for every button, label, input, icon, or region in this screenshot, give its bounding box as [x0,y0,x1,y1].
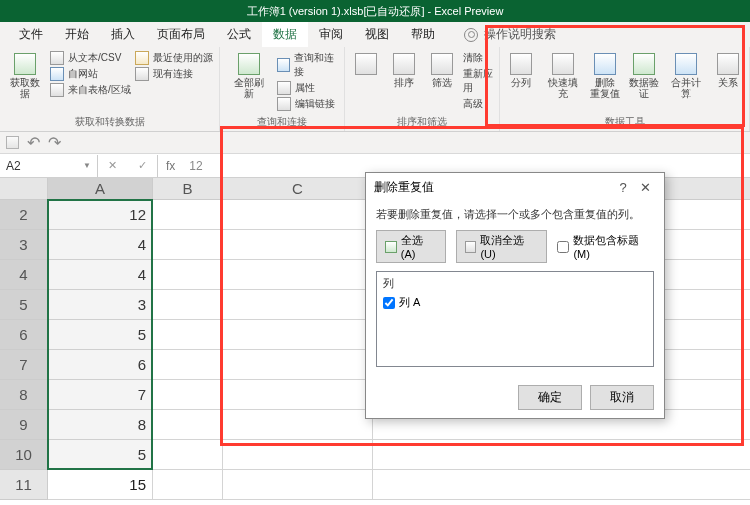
check-icon[interactable]: ✓ [138,159,147,172]
menu-help[interactable]: 帮助 [400,22,446,47]
remove-duplicates[interactable]: 删除 重复值 [588,51,623,113]
cell[interactable] [153,410,223,440]
help-icon[interactable]: ? [612,180,634,195]
row-header[interactable]: 9 [0,410,48,440]
cell[interactable]: 12 [48,200,153,230]
row-header[interactable]: 5 [0,290,48,320]
has-header-checkbox[interactable]: 数据包含标题(M) [557,233,654,260]
cell[interactable]: 8 [48,410,153,440]
close-icon[interactable]: ✕ [634,180,656,195]
row-header[interactable]: 2 [0,200,48,230]
cell[interactable] [223,410,373,440]
edit-links[interactable]: 编辑链接 [277,97,340,111]
cell[interactable]: 6 [48,350,153,380]
text-to-columns[interactable]: 分列 [504,51,538,113]
cell[interactable] [153,380,223,410]
name-box[interactable]: A2 ▼ [0,155,98,177]
filter-button[interactable]: 筛选 [425,51,459,113]
unselect-all-button[interactable]: 取消全选(U) [456,230,548,263]
cell[interactable]: 5 [48,320,153,350]
cell[interactable] [223,320,373,350]
cell[interactable] [153,200,223,230]
col-header[interactable]: B [153,178,223,200]
row-header[interactable]: 4 [0,260,48,290]
cell[interactable] [223,290,373,320]
menu-review[interactable]: 审阅 [308,22,354,47]
cell[interactable]: 4 [48,260,153,290]
cell[interactable] [223,200,373,230]
cell[interactable] [373,440,750,470]
from-text-csv[interactable]: 从文本/CSV [50,51,131,65]
menu-formulas[interactable]: 公式 [216,22,262,47]
queries-conn[interactable]: 查询和连接 [277,51,340,79]
fx-label[interactable]: fx [158,159,183,173]
cell[interactable]: 4 [48,230,153,260]
menu-file[interactable]: 文件 [8,22,54,47]
refresh-all-button[interactable]: 全部刷新 [224,51,273,113]
ok-button[interactable]: 确定 [518,385,582,410]
data-validation[interactable]: 数据验 证 [627,51,662,113]
row-header[interactable]: 10 [0,440,48,470]
redo-icon[interactable]: ↷ [48,133,61,152]
get-data-button[interactable]: 获取数 据 [4,51,46,113]
cell[interactable] [223,440,373,470]
cancel-button[interactable]: 取消 [590,385,654,410]
consolidate[interactable]: 合并计算 [665,51,707,113]
checkbox-input[interactable] [383,297,395,309]
sort-button[interactable]: 排序 [387,51,421,113]
undo-icon[interactable]: ↶ [27,133,40,152]
cell[interactable] [153,350,223,380]
save-icon[interactable] [6,136,19,149]
cell[interactable] [153,290,223,320]
cell[interactable]: 7 [48,380,153,410]
from-web[interactable]: 自网站 [50,67,131,81]
from-table[interactable]: 来自表格/区域 [50,83,131,97]
cell[interactable] [153,230,223,260]
cell[interactable]: 15 [48,470,153,500]
cell[interactable]: 3 [48,290,153,320]
existing-conn[interactable]: 现有连接 [135,67,213,81]
cell[interactable] [223,230,373,260]
properties[interactable]: 属性 [277,81,340,95]
menu-data[interactable]: 数据 [262,22,308,47]
cell[interactable] [223,470,373,500]
menu-insert[interactable]: 插入 [100,22,146,47]
tell-me[interactable]: 操作说明搜索 [446,26,556,43]
get-data-label: 获取数 据 [10,77,40,99]
row-header[interactable]: 8 [0,380,48,410]
cell[interactable] [153,470,223,500]
col-header[interactable]: A [48,178,153,200]
reapply-filter[interactable]: 重新应用 [463,67,495,95]
row-header[interactable]: 3 [0,230,48,260]
cell[interactable] [223,260,373,290]
cell[interactable]: 5 [48,440,153,470]
dialog-titlebar[interactable]: 删除重复值 ? ✕ [366,173,664,201]
cell[interactable] [153,260,223,290]
cell[interactable] [153,440,223,470]
cell[interactable] [223,380,373,410]
col-header[interactable]: C [223,178,373,200]
sort-az-button[interactable] [349,51,383,113]
menu-view[interactable]: 视图 [354,22,400,47]
flash-fill[interactable]: 快速填充 [542,51,584,113]
menu-home[interactable]: 开始 [54,22,100,47]
select-all-button[interactable]: 全选(A) [376,230,446,263]
column-item[interactable]: 列 A [383,295,647,310]
cell[interactable] [223,350,373,380]
recent-sources[interactable]: 最近使用的源 [135,51,213,65]
columns-listbox[interactable]: 列 列 A [376,271,654,367]
menu-layout[interactable]: 页面布局 [146,22,216,47]
valid-icon [633,53,655,75]
row-header[interactable]: 7 [0,350,48,380]
row-header[interactable]: 11 [0,470,48,500]
select-all-corner[interactable] [0,178,48,200]
cell[interactable] [153,320,223,350]
cancel-icon[interactable]: ✕ [108,159,117,172]
clear-filter[interactable]: 清除 [463,51,495,65]
advanced-filter[interactable]: 高级 [463,97,495,111]
relationships[interactable]: 关系 [711,51,745,113]
cell[interactable] [373,470,750,500]
formula-value[interactable]: 12 [183,159,202,173]
checkbox-input[interactable] [557,241,569,253]
row-header[interactable]: 6 [0,320,48,350]
